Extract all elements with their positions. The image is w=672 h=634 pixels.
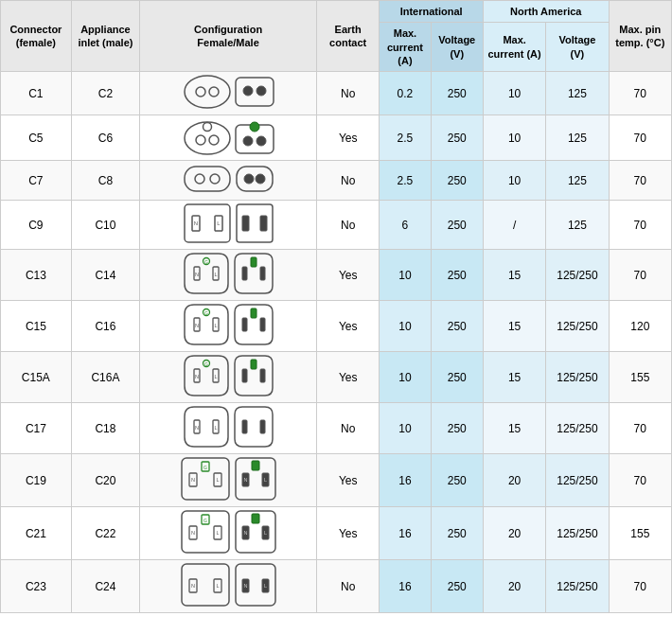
svg-rect-43: [242, 318, 247, 331]
na-max-current: 15: [483, 352, 545, 403]
svg-text:N: N: [191, 530, 195, 536]
svg-text:N: N: [191, 477, 195, 483]
na-voltage: 125: [546, 115, 609, 161]
female-connector-svg: N L: [180, 562, 231, 610]
female-connector-svg: N L G: [183, 252, 230, 298]
int-max-current: 10: [380, 352, 431, 403]
na-max-current: 15: [483, 301, 545, 352]
int-max-current: 0.2: [380, 72, 431, 115]
svg-text:L: L: [216, 583, 219, 589]
svg-text:N: N: [191, 583, 195, 589]
max-pin-temp: 70: [609, 115, 671, 161]
svg-text:N: N: [243, 477, 247, 483]
svg-rect-3: [236, 78, 274, 106]
svg-rect-54: [251, 360, 256, 369]
male-connector-svg: [233, 252, 274, 298]
svg-text:G: G: [203, 465, 207, 470]
svg-text:L: L: [264, 477, 267, 483]
connector-label: C23: [1, 560, 72, 613]
svg-text:L: L: [214, 425, 217, 431]
connector-label: C15: [1, 301, 72, 352]
na-max-current: 20: [483, 560, 545, 613]
svg-point-2: [209, 87, 219, 97]
female-connector-svg: N L: [183, 405, 230, 451]
configuration-img: N L G N L: [140, 454, 317, 507]
configuration-img: [140, 161, 317, 201]
connector-label: C21: [1, 507, 72, 560]
configuration-img: [140, 72, 317, 115]
male-connector-svg: [235, 74, 274, 113]
na-max-current: 10: [483, 115, 545, 161]
header-max-pin-temp: Max. pintemp. (°C): [609, 1, 671, 72]
appliance-label: C14: [71, 250, 139, 301]
svg-text:G: G: [204, 310, 208, 316]
int-voltage: 250: [431, 403, 483, 454]
svg-text:N: N: [195, 323, 199, 328]
max-pin-temp: 120: [609, 301, 671, 352]
female-connector-svg: N L G: [183, 354, 230, 400]
male-connector-svg: [233, 405, 274, 451]
svg-point-6: [185, 122, 230, 154]
svg-rect-27: [260, 216, 267, 231]
svg-point-13: [250, 122, 259, 132]
svg-text:N: N: [243, 583, 247, 589]
svg-text:G: G: [203, 518, 207, 523]
configuration-img: N L N L: [140, 560, 317, 613]
configuration-img: N L G: [140, 250, 317, 301]
svg-text:G: G: [204, 259, 208, 265]
svg-point-4: [243, 86, 253, 96]
earth-contact: No: [317, 560, 380, 613]
int-max-current: 10: [380, 250, 431, 301]
male-connector-svg: [235, 163, 274, 198]
svg-rect-14: [185, 167, 230, 191]
na-voltage: 125/250: [546, 507, 609, 560]
svg-text:L: L: [214, 323, 217, 328]
svg-rect-35: [260, 267, 265, 280]
earth-contact: Yes: [317, 301, 380, 352]
appliance-label: C24: [71, 560, 139, 613]
earth-contact: No: [317, 403, 380, 454]
male-connector-svg: N L: [234, 509, 277, 557]
female-connector-svg: [183, 117, 232, 158]
na-voltage: 125: [546, 161, 609, 201]
svg-point-15: [195, 174, 204, 184]
svg-rect-34: [242, 267, 247, 280]
svg-rect-45: [251, 308, 256, 318]
svg-point-1: [196, 87, 205, 97]
na-max-current: 10: [483, 72, 545, 115]
svg-rect-92: [236, 564, 275, 606]
male-connector-svg: [235, 117, 274, 158]
connector-label: C17: [1, 403, 72, 454]
max-pin-temp: 70: [609, 454, 671, 507]
earth-contact: Yes: [317, 352, 380, 403]
svg-rect-36: [251, 257, 256, 267]
svg-point-12: [256, 136, 266, 146]
na-voltage: 125/250: [546, 250, 609, 301]
appliance-label: C10: [71, 201, 139, 250]
header-int-max-current: Max.current (A): [380, 23, 431, 72]
connector-label: C5: [1, 115, 72, 161]
female-connector-svg: [183, 74, 232, 113]
max-pin-temp: 155: [609, 507, 671, 560]
configuration-img: N L G: [140, 352, 317, 403]
na-max-current: 20: [483, 507, 545, 560]
na-max-current: 10: [483, 161, 545, 201]
int-max-current: 10: [380, 403, 431, 454]
max-pin-temp: 70: [609, 72, 671, 115]
svg-text:L: L: [264, 583, 267, 589]
header-na-max-current: Max.current (A): [483, 23, 545, 72]
int-voltage: 250: [431, 115, 483, 161]
appliance-label: C22: [71, 507, 139, 560]
svg-point-16: [210, 174, 220, 184]
connector-label: C19: [1, 454, 72, 507]
int-voltage: 250: [431, 352, 483, 403]
header-appliance: Applianceinlet (male): [71, 1, 139, 72]
na-max-current: 15: [483, 403, 545, 454]
svg-rect-60: [260, 420, 265, 433]
svg-text:L: L: [214, 272, 217, 277]
svg-rect-52: [242, 369, 247, 382]
svg-rect-59: [242, 420, 247, 433]
svg-text:L: L: [216, 477, 219, 483]
connector-label: C7: [1, 161, 72, 201]
int-voltage: 250: [431, 560, 483, 613]
